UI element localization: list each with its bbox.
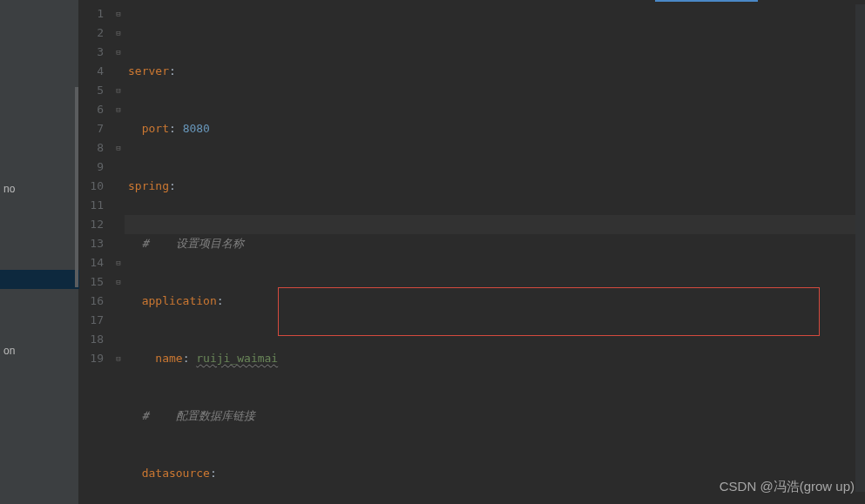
fold-spacer [112, 177, 125, 196]
line-number: 12 [79, 215, 104, 234]
sidebar-scrollbar[interactable] [75, 87, 78, 287]
sidebar-item[interactable]: on [0, 345, 15, 357]
sidebar-item-selected[interactable] [0, 270, 79, 289]
fold-toggle-icon[interactable]: ⊟ [112, 349, 125, 368]
fold-spacer [112, 62, 125, 81]
code-area[interactable]: server: port: 8080 spring: # 设置项目名称 appl… [125, 4, 865, 504]
minimap[interactable] [855, 4, 865, 492]
line-number: 14 [79, 253, 104, 272]
line-number: 4 [79, 62, 104, 81]
gutter: 12345678910111213141516171819 [79, 4, 112, 504]
line-number: 11 [79, 196, 104, 215]
fold-spacer [112, 330, 125, 349]
code-line: server: [125, 62, 865, 81]
line-number: 18 [79, 330, 104, 349]
fold-toggle-icon[interactable]: ⊟ [112, 81, 125, 100]
fold-spacer [112, 311, 125, 330]
line-number: 13 [79, 234, 104, 253]
code-editor[interactable]: 12345678910111213141516171819 ⊟⊟⊟⊟⊟⊟⊟⊟⊟ … [79, 4, 865, 504]
fold-toggle-icon[interactable]: ⊟ [112, 138, 125, 158]
code-line: port: 8080 [125, 119, 865, 138]
watermark: CSDN @冯浩(grow up) [720, 479, 855, 495]
fold-spacer [112, 234, 125, 253]
line-number: 3 [79, 43, 104, 62]
line-number: 19 [79, 349, 104, 368]
line-number: 2 [79, 24, 104, 43]
code-line: # 设置项目名称 [125, 234, 865, 253]
active-tab-indicator [655, 0, 758, 2]
line-number: 9 [79, 158, 104, 177]
line-number: 7 [79, 119, 104, 138]
sidebar-item[interactable]: no [0, 183, 15, 195]
fold-spacer [112, 292, 125, 311]
line-number: 10 [79, 177, 104, 196]
fold-toggle-icon[interactable]: ⊟ [112, 24, 125, 43]
code-line: application: [125, 292, 865, 311]
code-line: name: ruiji_waimai [125, 349, 865, 368]
fold-toggle-icon[interactable]: ⊟ [112, 4, 125, 24]
code-line: # 配置数据库链接 [125, 407, 865, 426]
line-number: 8 [79, 138, 104, 158]
line-number: 6 [79, 100, 104, 119]
line-number: 5 [79, 81, 104, 100]
fold-spacer [112, 158, 125, 177]
fold-toggle-icon[interactable]: ⊟ [112, 43, 125, 62]
fold-spacer [112, 196, 125, 215]
sidebar: no on [0, 0, 79, 504]
fold-toggle-icon[interactable]: ⊟ [112, 100, 125, 119]
code-line: spring: [125, 177, 865, 196]
line-number: 15 [79, 272, 104, 292]
fold-toggle-icon[interactable]: ⊟ [112, 253, 125, 272]
line-number: 1 [79, 4, 104, 24]
fold-toggle-icon[interactable]: ⊟ [112, 272, 125, 292]
fold-spacer [112, 119, 125, 138]
line-number: 17 [79, 311, 104, 330]
fold-spacer [112, 215, 125, 234]
line-number: 16 [79, 292, 104, 311]
current-line-highlight [125, 215, 865, 234]
fold-column: ⊟⊟⊟⊟⊟⊟⊟⊟⊟ [112, 4, 125, 504]
